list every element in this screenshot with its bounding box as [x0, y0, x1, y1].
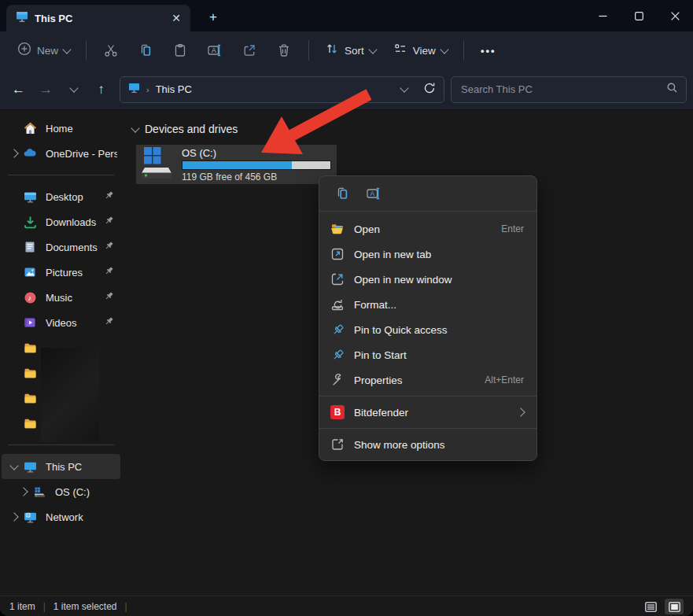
address-bar[interactable]: › This PC: [120, 76, 444, 103]
back-button[interactable]: ←: [6, 77, 31, 102]
svg-text:♪: ♪: [28, 293, 31, 302]
search-icon: [666, 82, 678, 97]
context-menu-item-open-in-new-tab[interactable]: Open in new tab: [319, 242, 536, 267]
details-view-button[interactable]: [641, 599, 660, 614]
see-more-button[interactable]: •••: [472, 37, 505, 64]
chevron-down-icon: [9, 461, 18, 470]
sidebar-divider: [8, 175, 114, 175]
new-tab-button[interactable]: +: [201, 6, 225, 28]
context-menu-divider: [319, 396, 536, 397]
open-folder-icon: [330, 222, 345, 236]
bitdefender-logo: B: [330, 405, 345, 419]
recent-locations-button[interactable]: [61, 77, 86, 102]
command-bar: New A Sort View •••: [0, 31, 693, 69]
tab-this-pc[interactable]: This PC ✕: [6, 5, 190, 31]
chevron-down-icon: [62, 45, 71, 53]
context-menu-item-show-more-options[interactable]: Show more options: [319, 432, 536, 457]
sidebar-item-this-pc[interactable]: This PC: [2, 454, 120, 479]
this-pc-icon: [16, 10, 28, 26]
shortcut-hint: Enter: [501, 223, 524, 234]
status-bar: 1 item | 1 item selected |: [0, 596, 693, 616]
toolbar-divider: [463, 40, 464, 61]
sidebar-item-music[interactable]: ♪ Music: [2, 285, 120, 310]
open-new-window-icon: [330, 272, 345, 286]
pin-icon: [104, 190, 114, 203]
submenu-chevron-icon: [516, 408, 525, 416]
devices-and-drives-header[interactable]: Devices and drives: [132, 120, 693, 138]
search-input[interactable]: [459, 83, 666, 96]
sidebar-item-downloads[interactable]: Downloads: [2, 209, 120, 234]
forward-button[interactable]: →: [34, 77, 58, 102]
context-menu-item-pin-to-quick-access[interactable]: Pin to Quick access: [319, 317, 536, 342]
pin-icon: [104, 216, 114, 228]
sidebar-item-network[interactable]: Network: [2, 504, 120, 529]
large-icons-view-button[interactable]: [665, 599, 684, 614]
svg-text:A: A: [212, 46, 216, 54]
titlebar: This PC ✕ +: [0, 0, 693, 31]
tab-close-icon[interactable]: ✕: [167, 9, 186, 28]
music-icon: ♪: [22, 290, 38, 305]
sidebar-item-videos[interactable]: Videos: [2, 310, 120, 335]
address-dropdown-icon[interactable]: [400, 83, 408, 92]
breadcrumb-this-pc[interactable]: This PC: [156, 83, 192, 95]
pin-icon: [104, 316, 114, 329]
rename-button[interactable]: A: [362, 182, 385, 205]
search-box[interactable]: [451, 76, 687, 103]
context-menu: A Open Enter Open in new tab Open in new…: [319, 175, 537, 461]
tab-title: This PC: [35, 13, 160, 24]
view-button[interactable]: View: [385, 37, 455, 64]
copy-button[interactable]: [330, 182, 354, 205]
sidebar-item-onedrive[interactable]: OneDrive - Persona: [2, 141, 120, 166]
paste-button[interactable]: [164, 37, 197, 64]
documents-icon: [22, 239, 38, 255]
cut-button[interactable]: [94, 37, 127, 64]
up-button[interactable]: ↑: [89, 77, 113, 102]
copy-button[interactable]: [129, 37, 162, 64]
context-menu-item-open-in-new-window[interactable]: Open in new window: [319, 267, 536, 292]
drive-usage-bar: [182, 160, 331, 170]
sidebar-item-os-c[interactable]: OS (C:): [2, 479, 120, 504]
maximize-button[interactable]: [621, 0, 657, 31]
pin-icon: [104, 266, 114, 278]
context-menu-item-bitdefender[interactable]: B Bitdefender: [319, 400, 536, 425]
pin-icon: [104, 291, 114, 304]
sidebar-item-desktop[interactable]: Desktop: [2, 184, 120, 209]
refresh-icon[interactable]: [423, 82, 436, 98]
this-pc-icon: [128, 82, 140, 97]
folder-icon: [22, 415, 38, 431]
wrench-icon: [330, 373, 345, 387]
pictures-icon: [22, 264, 38, 280]
pin-icon: [330, 323, 345, 337]
sidebar-item-pictures[interactable]: Pictures: [2, 260, 120, 285]
share-button[interactable]: [233, 37, 266, 64]
format-drive-icon: [330, 297, 345, 312]
context-menu-item-properties[interactable]: Properties Alt+Enter: [319, 367, 536, 393]
drive-tile-os-c[interactable]: OS (C:) 119 GB free of 456 GB: [136, 145, 337, 184]
open-new-tab-icon: [330, 247, 345, 261]
downloads-icon: [22, 214, 38, 230]
file-explorer-window: This PC ✕ + New A Sort View: [0, 0, 693, 616]
chevron-right-icon: [19, 487, 28, 496]
svg-text:A: A: [370, 190, 375, 197]
sort-button[interactable]: Sort: [317, 37, 384, 64]
close-button[interactable]: [657, 0, 693, 31]
new-button[interactable]: New: [9, 37, 78, 64]
context-menu-item-pin-to-start[interactable]: Pin to Start: [319, 342, 536, 367]
drive-icon: [31, 484, 47, 500]
sidebar-item-home[interactable]: Home: [2, 116, 120, 141]
pin-icon: [104, 241, 114, 253]
delete-button[interactable]: [267, 37, 300, 64]
selection-count: 1 item selected: [53, 601, 117, 612]
context-menu-quick-actions: A: [319, 176, 536, 212]
context-menu-item-open[interactable]: Open Enter: [319, 216, 536, 242]
context-menu-item-format[interactable]: Format...: [319, 292, 536, 317]
home-icon: [22, 120, 38, 136]
breadcrumb-separator: ›: [146, 85, 149, 94]
drive-name: OS (C:): [182, 147, 331, 159]
section-title: Devices and drives: [145, 123, 238, 135]
sidebar-item-documents[interactable]: Documents: [2, 234, 120, 260]
rename-button[interactable]: A: [198, 37, 231, 64]
desktop-icon: [22, 189, 38, 205]
minimize-button[interactable]: [584, 0, 621, 31]
pin-icon: [330, 348, 345, 362]
